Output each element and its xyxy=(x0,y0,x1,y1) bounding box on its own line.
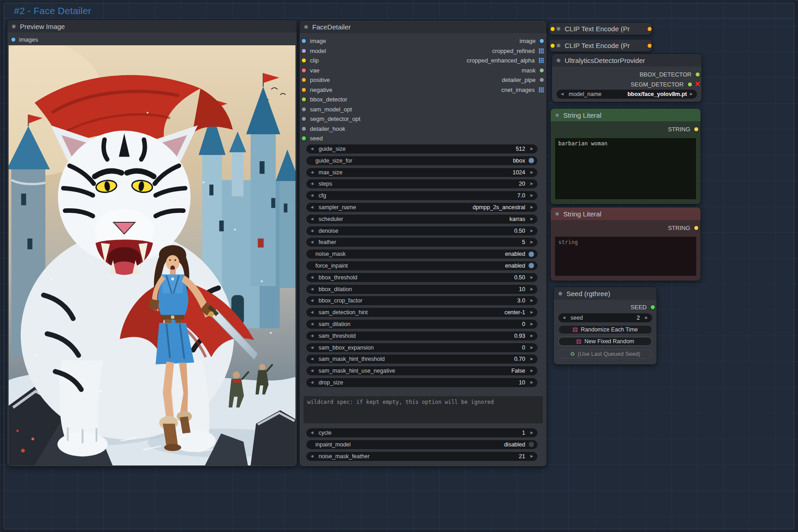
input-dot-vae[interactable] xyxy=(302,68,306,72)
input-dot-seed[interactable] xyxy=(302,136,306,140)
widget-bbox_crop_factor[interactable]: ◀bbox_crop_factor3.0▶ xyxy=(306,296,537,305)
input-dot-images[interactable] xyxy=(11,38,15,42)
collapse-dot-icon[interactable] xyxy=(555,113,559,117)
input-dot-positive[interactable] xyxy=(302,78,306,82)
list-output-icon[interactable] xyxy=(539,58,544,63)
widget-sam_bbox_expansion[interactable]: ◀sam_bbox_expansion0▶ xyxy=(306,343,537,352)
widget-guide_size_for[interactable]: guide_size_forbbox xyxy=(306,156,537,165)
decrement-arrow[interactable]: ◀ xyxy=(310,203,314,212)
output-dot-string[interactable] xyxy=(694,226,698,230)
input-dot-image[interactable] xyxy=(302,39,306,43)
decrement-arrow[interactable]: ◀ xyxy=(310,215,314,224)
clip-text-encode-node-1[interactable]: CLIP Text Encode (Pr xyxy=(549,23,652,35)
list-output-icon[interactable] xyxy=(539,48,544,53)
widget-steps[interactable]: ◀steps20▶ xyxy=(306,179,537,188)
widget-noise_mask[interactable]: noise_maskenabled xyxy=(306,249,537,259)
widget-cfg[interactable]: ◀cfg7.0▶ xyxy=(306,191,537,200)
decrement-arrow[interactable]: ◀ xyxy=(310,144,314,153)
increment-arrow[interactable]: ▶ xyxy=(529,296,534,305)
collapse-dot-icon[interactable] xyxy=(555,212,559,216)
new-fixed-random-button[interactable]: ⚄ New Fixed Random xyxy=(558,337,652,346)
widget-cycle[interactable]: ◀cycle1▶ xyxy=(306,428,537,437)
decrement-arrow[interactable]: ◀ xyxy=(310,168,314,177)
wildcard-textarea[interactable] xyxy=(304,396,543,423)
widget-model_name[interactable]: ◀ model_name bbox/face_yolov8m.pt ▶ xyxy=(556,90,697,99)
widget-guide_size[interactable]: ◀guide_size512▶ xyxy=(306,144,537,153)
group-titlebar[interactable]: #2 - Face Detailer xyxy=(4,3,794,19)
string-literal-node-green[interactable]: String Literal STRING barbarian woman xyxy=(551,109,701,204)
decrement-arrow[interactable]: ◀ xyxy=(310,331,314,340)
decrement-arrow[interactable]: ◀ xyxy=(310,378,314,387)
input-dot-detailer_hook[interactable] xyxy=(302,127,306,131)
increment-arrow[interactable]: ▶ xyxy=(529,144,534,153)
decrement-arrow[interactable]: ◀ xyxy=(310,296,314,305)
widget-force_inpaint[interactable]: force_inpaintenabled xyxy=(306,261,537,270)
widget-noise_mask_feather[interactable]: ◀noise_mask_feather21▶ xyxy=(306,452,537,461)
widget-sam_threshold[interactable]: ◀sam_threshold0.93▶ xyxy=(306,331,537,340)
decrement-arrow[interactable]: ◀ xyxy=(561,313,566,322)
increment-arrow[interactable]: ▶ xyxy=(529,320,534,329)
input-dot-clip[interactable] xyxy=(302,58,306,62)
increment-arrow[interactable]: ▶ xyxy=(529,428,534,437)
toggle-dot[interactable] xyxy=(528,441,534,447)
facedetailer-node-header[interactable]: FaceDetailer xyxy=(300,20,547,33)
preview-image-node-header[interactable]: Preview Image xyxy=(7,20,297,33)
facedetailer-node[interactable]: FaceDetailer imagemodelclipvaepositivene… xyxy=(300,20,547,466)
increment-arrow[interactable]: ▶ xyxy=(529,179,534,188)
widget-scheduler[interactable]: ◀schedulerkarras▶ xyxy=(306,215,537,224)
input-dot-negative[interactable] xyxy=(302,88,306,92)
output-dot-bbox-detector[interactable] xyxy=(696,72,700,77)
output-dot-seed[interactable] xyxy=(651,305,655,309)
decrement-arrow[interactable]: ◀ xyxy=(310,452,314,461)
increment-arrow[interactable]: ▶ xyxy=(529,168,534,177)
increment-arrow[interactable]: ▶ xyxy=(529,308,534,317)
randomize-each-time-button[interactable]: ⚄ Randomize Each Time xyxy=(558,325,652,334)
toggle-dot[interactable] xyxy=(528,263,534,268)
output-dot-mask[interactable] xyxy=(540,68,544,72)
clip-text-encode-node-2[interactable]: CLIP Text Encode (Pr xyxy=(549,39,652,52)
increment-arrow[interactable]: ▶ xyxy=(529,378,534,387)
group-title[interactable]: #2 - Face Detailer xyxy=(14,5,92,16)
increment-arrow[interactable]: ▶ xyxy=(529,238,534,247)
string-literal-green-header[interactable]: String Literal xyxy=(551,109,701,121)
increment-arrow[interactable]: ▶ xyxy=(529,343,534,352)
decrement-arrow[interactable]: ◀ xyxy=(310,320,314,329)
input-dot-segm_detector_opt[interactable] xyxy=(302,117,306,121)
collapse-dot-icon[interactable] xyxy=(556,58,561,62)
increment-arrow[interactable]: ▶ xyxy=(529,226,534,235)
decrement-arrow[interactable]: ◀ xyxy=(310,308,314,317)
collapse-dot-icon[interactable] xyxy=(304,25,308,29)
input-dot-bbox_detector[interactable] xyxy=(302,97,306,101)
increment-arrow[interactable]: ▶ xyxy=(689,90,694,99)
decrement-arrow[interactable]: ◀ xyxy=(310,273,314,282)
input-dot-model[interactable] xyxy=(302,49,306,53)
widget-sam_dilation[interactable]: ◀sam_dilation0▶ xyxy=(306,320,537,329)
widget-denoise[interactable]: ◀denoise0.50▶ xyxy=(306,226,537,235)
output-dot-segm-detector[interactable] xyxy=(688,82,692,86)
decrement-arrow[interactable]: ◀ xyxy=(310,191,314,200)
use-last-queued-seed-button[interactable]: ♻ (Use Last Queued Seed) xyxy=(558,350,652,359)
increment-arrow[interactable]: ▶ xyxy=(644,313,649,322)
seed-node-header[interactable]: Seed (rgthree) xyxy=(554,287,657,300)
seed-rgthree-node[interactable]: Seed (rgthree) SEED ◀ seed 2 ▶ ⚄ Randomi… xyxy=(554,287,657,364)
input-dot[interactable] xyxy=(551,27,555,31)
decrement-arrow[interactable]: ◀ xyxy=(310,179,314,188)
widget-seed[interactable]: ◀ seed 2 ▶ xyxy=(558,313,652,322)
collapse-dot-icon[interactable] xyxy=(558,292,562,296)
output-dot[interactable] xyxy=(648,43,652,48)
toggle-dot[interactable] xyxy=(528,251,534,257)
collapse-dot-icon[interactable] xyxy=(556,27,561,31)
ultralytics-node-header[interactable]: UltralyticsDetectorProvider xyxy=(552,54,701,67)
output-dot-detailer_pipe[interactable] xyxy=(540,78,544,82)
widget-drop_size[interactable]: ◀drop_size10▶ xyxy=(306,378,537,387)
decrement-arrow[interactable]: ◀ xyxy=(310,355,314,364)
widget-sampler_name[interactable]: ◀sampler_namedpmpp_2s_ancestral▶ xyxy=(306,203,537,212)
widget-sam_mask_hint_use_negative[interactable]: ◀sam_mask_hint_use_negativeFalse▶ xyxy=(306,366,537,375)
string-literal-red-header[interactable]: String Literal xyxy=(551,207,701,220)
collapse-dot-icon[interactable] xyxy=(556,43,561,48)
string-literal-node-red[interactable]: String Literal STRING xyxy=(551,207,701,281)
widget-bbox_dilation[interactable]: ◀bbox_dilation10▶ xyxy=(306,285,537,294)
output-dot[interactable] xyxy=(648,27,652,31)
increment-arrow[interactable]: ▶ xyxy=(529,452,534,461)
decrement-arrow[interactable]: ◀ xyxy=(310,343,314,352)
